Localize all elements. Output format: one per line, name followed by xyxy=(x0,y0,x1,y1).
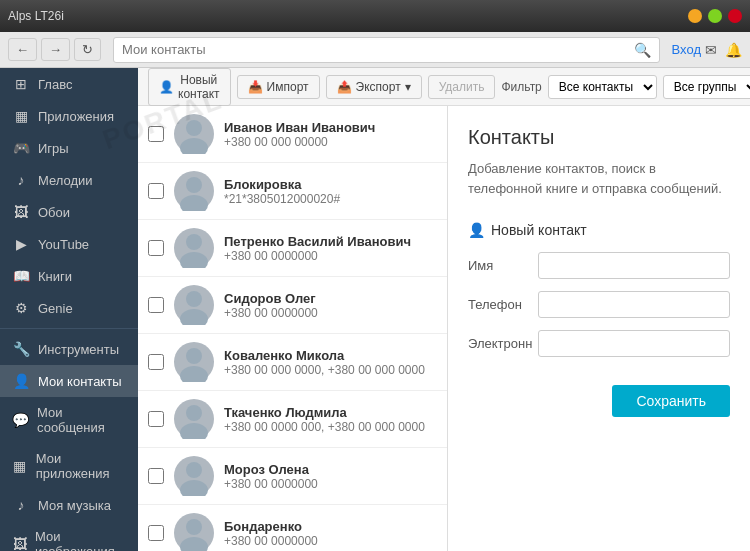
add-contact-icon: 👤 xyxy=(159,80,174,94)
delete-button[interactable]: Удалить xyxy=(428,75,496,99)
contact-item[interactable]: Ткаченко Людмила +380 00 0000 000, +380 … xyxy=(138,391,447,448)
contact-name: Бондаренко xyxy=(224,519,437,534)
contact-name: Мороз Олена xyxy=(224,462,437,477)
contact-phone: +380 00 0000000 xyxy=(224,534,437,548)
search-icon[interactable]: 🔍 xyxy=(634,42,651,58)
contact-avatar xyxy=(174,114,214,154)
groups-filter-select[interactable]: Все группы xyxy=(663,75,750,99)
forward-button[interactable]: → xyxy=(41,38,70,61)
email-input[interactable] xyxy=(538,330,730,357)
filter-label: Фильтр xyxy=(501,80,541,94)
export-button[interactable]: 📤 Экспорт ▾ xyxy=(326,75,422,99)
name-field-row: Имя xyxy=(468,252,730,279)
sidebar-label-glavnaya: Главс xyxy=(38,77,72,92)
contact-phone: *21*3805012000020# xyxy=(224,192,437,206)
new-contact-title: 👤 Новый контакт xyxy=(468,222,730,238)
maximize-button[interactable] xyxy=(708,9,722,23)
phone-input[interactable] xyxy=(538,291,730,318)
sidebar-item-instrumenty[interactable]: 🔧 Инструменты xyxy=(0,333,138,365)
new-contact-button[interactable]: 👤 Новый контакт xyxy=(148,68,231,106)
contact-item[interactable]: Сидоров Олег +380 00 0000000 xyxy=(138,277,447,334)
contact-info: Коваленко Микола +380 00 000 0000, +380 … xyxy=(224,348,437,377)
right-panel: Контакты Добавление контактов, поиск в т… xyxy=(448,106,750,551)
sidebar-label-moi-prilozeniya: Мои приложения xyxy=(36,451,126,481)
sidebar-label-moi-izobrazheniya: Мои изображения xyxy=(35,529,126,551)
sidebar-icon-igry: 🎮 xyxy=(12,140,30,156)
nav-bar: ← → ↻ 🔍 Вход ✉ 🔔 xyxy=(0,32,750,68)
sidebar-icon-glavnaya: ⊞ xyxy=(12,76,30,92)
main-layout: PORTAL ⊞ Главс▦ Приложения🎮 Игры♪ Мелоди… xyxy=(0,68,750,551)
back-button[interactable]: ← xyxy=(8,38,37,61)
contact-avatar xyxy=(174,399,214,439)
contact-checkbox[interactable] xyxy=(148,297,164,313)
contact-checkbox[interactable] xyxy=(148,468,164,484)
sidebar-icon-melodii: ♪ xyxy=(12,172,30,188)
sidebar-label-moi-kontakty: Мои контакты xyxy=(38,374,122,389)
nav-icons: ✉ 🔔 xyxy=(705,42,742,58)
minimize-button[interactable] xyxy=(688,9,702,23)
svg-point-8 xyxy=(186,348,202,364)
sidebar-item-glavnaya[interactable]: ⊞ Главс xyxy=(0,68,138,100)
contact-item[interactable]: Иванов Иван Иванович +380 00 000 00000 xyxy=(138,106,447,163)
contact-item[interactable]: Мороз Олена +380 00 0000000 xyxy=(138,448,447,505)
mail-icon[interactable]: ✉ xyxy=(705,42,717,58)
sidebar-item-moi-kontakty[interactable]: 👤 Мои контакты xyxy=(0,365,138,397)
email-field-row: Электронн xyxy=(468,330,730,357)
sidebar-label-igry: Игры xyxy=(38,141,69,156)
sidebar-item-moi-prilozeniya[interactable]: ▦ Мои приложения xyxy=(0,443,138,489)
sidebar-item-moya-muzyka[interactable]: ♪ Моя музыка xyxy=(0,489,138,521)
close-button[interactable] xyxy=(728,9,742,23)
notification-icon[interactable]: 🔔 xyxy=(725,42,742,58)
save-button[interactable]: Сохранить xyxy=(612,385,730,417)
contact-checkbox[interactable] xyxy=(148,183,164,199)
login-button[interactable]: Вход xyxy=(672,42,701,57)
sidebar-item-youtube[interactable]: ▶ YouTube xyxy=(0,228,138,260)
sidebar-icon-prilozeniya: ▦ xyxy=(12,108,30,124)
sidebar-item-melodii[interactable]: ♪ Мелодии xyxy=(0,164,138,196)
contact-phone: +380 00 0000000 xyxy=(224,249,437,263)
contact-item[interactable]: Коваленко Микола +380 00 000 0000, +380 … xyxy=(138,334,447,391)
contact-checkbox[interactable] xyxy=(148,240,164,256)
contact-item[interactable]: Бондаренко +380 00 0000000 xyxy=(138,505,447,551)
sidebar-label-genie: Genie xyxy=(38,301,73,316)
sidebar-label-instrumenty: Инструменты xyxy=(38,342,119,357)
contact-checkbox[interactable] xyxy=(148,126,164,142)
sidebar: ⊞ Главс▦ Приложения🎮 Игры♪ Мелодии🖼 Обои… xyxy=(0,68,138,551)
contact-checkbox[interactable] xyxy=(148,525,164,541)
new-contact-section: 👤 Новый контакт Имя Телефон Электро xyxy=(468,222,730,357)
sidebar-icon-genie: ⚙ xyxy=(12,300,30,316)
svg-point-1 xyxy=(180,138,208,154)
contacts-filter-select[interactable]: Все контакты xyxy=(548,75,657,99)
refresh-button[interactable]: ↻ xyxy=(74,38,101,61)
name-input[interactable] xyxy=(538,252,730,279)
contact-item[interactable]: Петренко Василий Иванович +380 00 000000… xyxy=(138,220,447,277)
contact-info: Ткаченко Людмила +380 00 0000 000, +380 … xyxy=(224,405,437,434)
app-name: Alps LT26i xyxy=(8,9,64,23)
sidebar-item-igry[interactable]: 🎮 Игры xyxy=(0,132,138,164)
contact-checkbox[interactable] xyxy=(148,411,164,427)
contact-avatar xyxy=(174,228,214,268)
app-container: Alps LT26i ← → ↻ 🔍 Вход ✉ 🔔 PORTAL ⊞ Гла… xyxy=(0,0,750,551)
contact-info: Петренко Василий Иванович +380 00 000000… xyxy=(224,234,437,263)
import-label: Импорт xyxy=(267,80,309,94)
svg-point-13 xyxy=(180,480,208,496)
svg-point-0 xyxy=(186,120,202,136)
sidebar-item-moi-soobscheniya[interactable]: 💬 Мои сообщения xyxy=(0,397,138,443)
sidebar-item-moi-izobrazheniya[interactable]: 🖼 Мои изображения xyxy=(0,521,138,551)
sidebar-item-genie[interactable]: ⚙ Genie xyxy=(0,292,138,324)
contact-item[interactable]: Блокировка *21*3805012000020# xyxy=(138,163,447,220)
svg-point-5 xyxy=(180,252,208,268)
sidebar-item-prilozeniya[interactable]: ▦ Приложения xyxy=(0,100,138,132)
contact-name: Блокировка xyxy=(224,177,437,192)
contact-phone: +380 00 0000000 xyxy=(224,306,437,320)
import-button[interactable]: 📥 Импорт xyxy=(237,75,320,99)
sidebar-item-knigi[interactable]: 📖 Книги xyxy=(0,260,138,292)
sidebar-label-prilozeniya: Приложения xyxy=(38,109,114,124)
contact-checkbox[interactable] xyxy=(148,354,164,370)
contact-avatar xyxy=(174,456,214,496)
svg-point-3 xyxy=(180,195,208,211)
sidebar-item-oboi[interactable]: 🖼 Обои xyxy=(0,196,138,228)
export-label: Экспорт xyxy=(356,80,401,94)
search-input[interactable] xyxy=(122,42,634,57)
svg-point-14 xyxy=(186,519,202,535)
